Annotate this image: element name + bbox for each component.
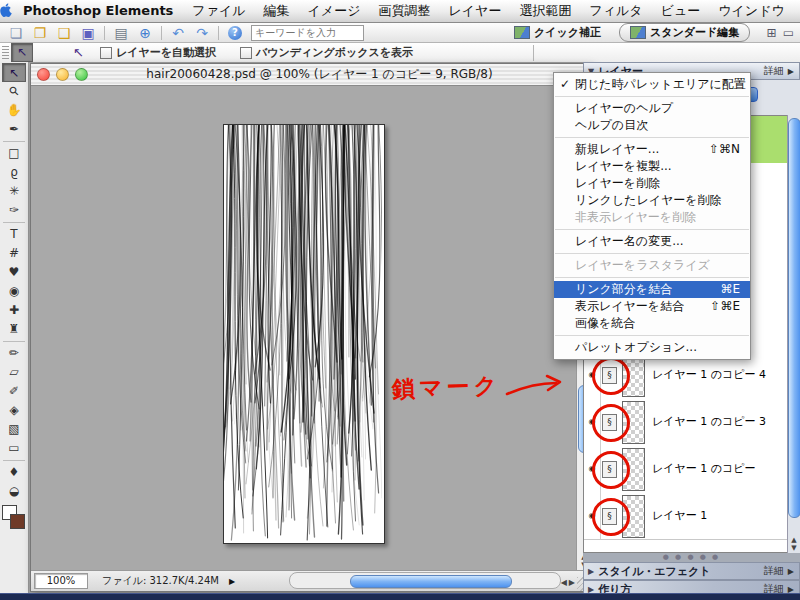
print-icon[interactable]: ▤: [109, 24, 133, 42]
eyedropper-tool[interactable]: ✒: [2, 120, 26, 139]
palette-more-label[interactable]: 詳細: [764, 564, 784, 578]
menu-item[interactable]: ビュー: [652, 0, 710, 22]
close-button[interactable]: [37, 68, 50, 81]
horizontal-scroll-arrows[interactable]: ◀▶: [561, 578, 577, 587]
gradient-tool[interactable]: ▧: [2, 420, 26, 439]
help-icon[interactable]: ?: [228, 26, 242, 40]
auto-select-label: レイヤーを自動選択: [116, 45, 216, 60]
new-document-icon[interactable]: ❏: [4, 24, 28, 42]
horizontal-scrollbar[interactable]: [289, 572, 561, 589]
layers-more-label[interactable]: 詳細: [764, 64, 784, 78]
horizontal-scroll-thumb[interactable]: [350, 575, 512, 588]
standard-edit-button[interactable]: スタンダード編集: [619, 23, 750, 42]
menu-item[interactable]: ヘルプ: [794, 0, 800, 22]
shape-tool[interactable]: ▭: [2, 439, 26, 458]
type-tool[interactable]: T: [2, 225, 26, 244]
menu-separator: [555, 137, 749, 138]
sponge-tool[interactable]: ◒: [2, 482, 26, 501]
menu-item[interactable]: 選択範囲: [510, 0, 580, 22]
type-tool-glyph: T: [10, 227, 17, 241]
context-menu-item[interactable]: パレットオプション...: [554, 339, 750, 356]
move-tool-active-icon[interactable]: ↖: [11, 43, 33, 62]
auto-select-checkbox-group[interactable]: レイヤーを自動選択: [100, 45, 216, 60]
context-menu-item[interactable]: ヘルプの目次: [554, 117, 750, 134]
zoom-tool[interactable]: ⚲: [2, 82, 26, 101]
quick-fix-button[interactable]: クイック補正: [514, 25, 601, 40]
layers-scroll-thumb[interactable]: [788, 118, 800, 518]
eraser-tool[interactable]: ▱: [2, 363, 26, 382]
palette-drag-handle[interactable]: ● ● ● ● ●: [583, 553, 800, 561]
layer-row[interactable]: ◉§レイヤー 1 のコピー: [584, 445, 787, 493]
layers-scroll-arrows[interactable]: ▲▼: [788, 536, 800, 552]
pencil-tool[interactable]: ✏: [2, 344, 26, 363]
auto-select-checkbox[interactable]: [100, 47, 112, 59]
single-window-icon[interactable]: ▭: [783, 26, 794, 40]
brush-tool[interactable]: ✐: [2, 382, 26, 401]
context-menu-item[interactable]: リンクしたレイヤーを削除: [554, 192, 750, 209]
hand-tool[interactable]: ✋: [2, 101, 26, 120]
open-as-icon[interactable]: ❑: [52, 24, 76, 42]
collapsed-palette-1[interactable]: ▶スタイル・エフェクト詳細▶: [583, 562, 800, 580]
open-file-icon[interactable]: ❐: [28, 24, 52, 42]
selection-brush-tool[interactable]: ✑: [2, 201, 26, 220]
layers-more-arrow-icon[interactable]: ▶: [788, 67, 794, 76]
lasso-tool[interactable]: ϱ: [2, 163, 26, 182]
crop-tool[interactable]: #: [2, 244, 26, 263]
menu-item[interactable]: レイヤー: [439, 0, 510, 22]
apple-menu-icon[interactable]: [0, 3, 13, 20]
context-menu-item[interactable]: 新規レイヤー...⇧⌘N: [554, 141, 750, 158]
undo-icon[interactable]: ↶: [166, 24, 190, 42]
menu-item[interactable]: ウインドウ: [709, 0, 794, 22]
keyboard-shortcut: ⌘E: [720, 281, 740, 298]
annotation-text: 鎖マーク: [391, 370, 501, 405]
cookie-cutter-tool[interactable]: ♥: [2, 263, 26, 282]
menu-item[interactable]: 画質調整: [369, 0, 439, 22]
keyword-search-input[interactable]: [251, 25, 364, 41]
annotation-circle: [592, 404, 630, 442]
palette-more-arrow-icon[interactable]: ▶: [788, 567, 794, 576]
menu-item[interactable]: ファイル: [183, 0, 254, 22]
document-title-bar[interactable]: hair20060428.psd @ 100% (レイヤー 1 のコピー 9, …: [31, 64, 591, 86]
context-menu-item[interactable]: 表示レイヤーを結合⇧⌘E: [554, 298, 750, 315]
magic-wand-tool[interactable]: ✳: [2, 182, 26, 201]
layer-row[interactable]: ◉§レイヤー 1 のコピー 3: [584, 398, 787, 446]
context-menu-item[interactable]: 画像を統合: [554, 315, 750, 332]
minimize-button[interactable]: [56, 68, 69, 81]
context-menu-item[interactable]: ✓閉じた時パレットエリアに配置: [554, 76, 750, 93]
zoom-level-field[interactable]: 100%: [34, 573, 88, 589]
menu-item[interactable]: イメージ: [299, 0, 370, 22]
zoom-button[interactable]: [75, 68, 88, 81]
order-prints-icon[interactable]: ⊕: [133, 24, 157, 42]
tool-group-separator: [3, 222, 25, 223]
bounding-box-checkbox[interactable]: [240, 47, 252, 59]
image-canvas[interactable]: [223, 124, 385, 544]
background-color-swatch[interactable]: [10, 514, 25, 529]
layers-scrollbar[interactable]: ▲▼: [787, 115, 800, 553]
tile-windows-icon[interactable]: ⊞: [767, 26, 777, 40]
blur-tool[interactable]: ♦: [2, 463, 26, 482]
red-eye-removal-tool[interactable]: ◉: [2, 282, 26, 301]
context-menu-item[interactable]: レイヤー名の変更...: [554, 233, 750, 250]
healing-brush-tool[interactable]: ✚: [2, 301, 26, 320]
tool-group-separator: [3, 341, 25, 342]
context-menu-item[interactable]: レイヤーのヘルプ: [554, 100, 750, 117]
paint-bucket-tool[interactable]: ◈: [2, 401, 26, 420]
bounding-box-checkbox-group[interactable]: バウンディングボックスを表示: [240, 45, 413, 60]
context-menu-item[interactable]: レイヤーを削除: [554, 175, 750, 192]
status-menu-arrow[interactable]: ▶: [229, 577, 235, 586]
photo-bin-bar[interactable]: [0, 593, 800, 600]
clone-stamp-tool[interactable]: ♜: [2, 320, 26, 339]
context-menu-label: リンク部分を結合: [575, 281, 672, 298]
menu-item[interactable]: 編集: [255, 0, 299, 22]
menu-item[interactable]: フィルタ: [580, 0, 651, 22]
redo-icon[interactable]: ↷: [190, 24, 214, 42]
save-icon[interactable]: ▣: [76, 24, 100, 42]
move-tool[interactable]: ↖: [2, 63, 26, 82]
marquee-tool[interactable]: □: [2, 144, 26, 163]
options-grip[interactable]: [2, 46, 9, 60]
context-menu-item[interactable]: リンク部分を結合⌘E: [554, 281, 750, 298]
layer-row[interactable]: ◉§レイヤー 1: [584, 492, 787, 540]
context-menu-item[interactable]: レイヤーを複製...: [554, 158, 750, 175]
disclosure-triangle-icon[interactable]: ▶: [588, 567, 594, 576]
selection-brush-tool-glyph: ✑: [9, 203, 19, 217]
